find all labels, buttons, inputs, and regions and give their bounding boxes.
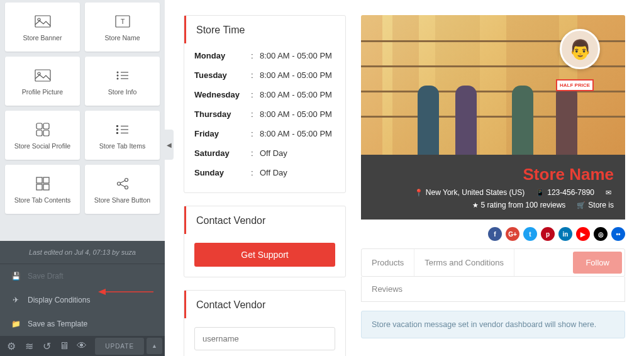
widget-grid: Store Banner T Store Name Profile Pictur… <box>0 0 165 241</box>
instagram-icon[interactable]: ◎ <box>594 227 608 241</box>
svg-rect-16 <box>116 125 118 127</box>
paper-plane-icon: ✈ <box>11 296 20 304</box>
linkedin-icon[interactable]: in <box>558 227 572 241</box>
save-template-label: Save as Template <box>28 320 87 328</box>
schedule-list: Monday:8:00 AM - 05:00 PM Tuesday:8:00 A… <box>184 43 345 192</box>
save-icon: 💾 <box>11 272 20 281</box>
widgets-sidebar: Store Banner T Store Name Profile Pictur… <box>0 0 165 356</box>
svg-rect-24 <box>36 184 42 190</box>
sidebar-collapse-handle[interactable]: ◀ <box>165 130 174 160</box>
vendor-avatar: 👨 <box>560 29 600 69</box>
text-icon: T <box>115 13 130 30</box>
schedule-row: Saturday:Off Day <box>194 143 335 163</box>
tab-reviews[interactable]: Reviews <box>361 277 625 302</box>
settings-icon[interactable]: ⚙ <box>3 336 20 356</box>
schedule-row: Friday:8:00 AM - 05:00 PM <box>194 124 335 143</box>
save-draft-label: Save Draft <box>28 272 64 281</box>
svg-rect-14 <box>36 130 42 136</box>
svg-rect-23 <box>43 177 49 183</box>
preview-area: Store Time Monday:8:00 AM - 05:00 PM Tue… <box>165 0 644 356</box>
contact-vendor-title: Contact Vendor <box>184 291 345 318</box>
svg-point-28 <box>125 186 128 189</box>
widget-store-name[interactable]: T Store Name <box>85 3 160 52</box>
update-caret-button[interactable]: ▲ <box>147 338 162 354</box>
share-icon <box>116 175 130 192</box>
contact-vendor-support-card: Contact Vendor Get Support <box>184 206 346 277</box>
svg-point-1 <box>38 18 40 21</box>
store-status: 🛒Store is <box>577 201 614 209</box>
store-rating: ★5 rating from 100 reviews <box>472 201 566 209</box>
store-name-heading: Store Name <box>372 165 614 184</box>
phone-icon: 📱 <box>536 189 545 196</box>
follow-button[interactable]: Follow <box>573 252 622 274</box>
widget-store-tab-contents[interactable]: Store Tab Contents <box>5 165 80 214</box>
store-time-title: Store Time <box>184 16 345 43</box>
store-header-card: 👨 HALF PRICE Store Name 📍New York, Unite… <box>361 15 625 220</box>
svg-point-6 <box>116 72 118 74</box>
widget-label: Store Banner <box>23 34 62 42</box>
svg-rect-25 <box>43 184 49 190</box>
username-input[interactable] <box>194 327 335 350</box>
svg-rect-0 <box>35 16 50 27</box>
widget-store-info[interactable]: Store Info <box>85 57 160 106</box>
store-banner-image: 👨 HALF PRICE <box>361 15 625 155</box>
image-icon <box>35 13 51 30</box>
tab-terms[interactable]: Terms and Conditions <box>414 249 514 276</box>
cart-icon: 🛒 <box>577 201 586 209</box>
location-icon: 📍 <box>414 189 423 196</box>
save-template-action[interactable]: 📁 Save as Template <box>0 312 165 336</box>
pinterest-icon[interactable]: p <box>541 227 555 241</box>
display-conditions-label: Display Conditions <box>28 296 90 304</box>
get-support-button[interactable]: Get Support <box>194 243 335 267</box>
widget-profile-picture[interactable]: Profile Picture <box>5 57 80 106</box>
update-button[interactable]: UPDATE <box>95 338 144 355</box>
svg-point-5 <box>38 72 40 75</box>
widget-store-tab-items[interactable]: Store Tab Items <box>85 111 160 160</box>
svg-rect-13 <box>43 123 49 129</box>
widget-label: Store Tab Items <box>99 142 145 150</box>
youtube-icon[interactable]: ▶ <box>576 227 590 241</box>
social-icon <box>36 121 50 138</box>
tab-products[interactable]: Products <box>362 249 414 276</box>
widget-label: Store Name <box>104 34 140 42</box>
svg-point-27 <box>117 182 120 186</box>
sidebar-footer: Last edited on Jul 4, 07:13 by suza 💾 Sa… <box>0 241 165 356</box>
google-plus-icon[interactable]: G+ <box>506 227 519 241</box>
widget-label: Store Info <box>108 88 137 96</box>
svg-rect-20 <box>116 132 118 134</box>
star-icon: ★ <box>472 201 479 209</box>
schedule-row: Monday:8:00 AM - 05:00 PM <box>194 46 335 65</box>
svg-rect-4 <box>35 70 50 81</box>
display-conditions-action[interactable]: ✈ Display Conditions <box>0 288 165 312</box>
schedule-row: Tuesday:8:00 AM - 05:00 PM <box>194 65 335 85</box>
list-icon <box>116 121 130 138</box>
flickr-icon[interactable]: •• <box>611 227 625 241</box>
widget-label: Store Share Button <box>94 196 150 204</box>
facebook-icon[interactable]: f <box>488 227 502 241</box>
contact-vendor-form-card: Contact Vendor <box>184 290 346 356</box>
schedule-row: Thursday:8:00 AM - 05:00 PM <box>194 104 335 124</box>
svg-point-26 <box>125 179 128 182</box>
envelope-icon: ✉ <box>606 189 611 197</box>
svg-line-30 <box>120 184 125 187</box>
vacation-message: Store vacation message set in vendor das… <box>361 311 625 338</box>
widget-store-social[interactable]: Store Social Profile <box>5 111 80 160</box>
svg-line-29 <box>120 181 125 183</box>
layers-icon[interactable]: ≋ <box>20 336 38 356</box>
widget-label: Profile Picture <box>22 88 63 96</box>
price-tag: HALF PRICE <box>556 79 594 91</box>
svg-rect-15 <box>43 130 49 136</box>
widget-store-banner[interactable]: Store Banner <box>5 3 80 52</box>
widget-label: Store Tab Contents <box>14 196 71 204</box>
responsive-icon[interactable]: 🖥 <box>55 336 73 356</box>
store-tabs: Products Terms and Conditions Follow <box>361 248 625 277</box>
schedule-row: Sunday:Off Day <box>194 163 335 182</box>
schedule-row: Wednesday:8:00 AM - 05:00 PM <box>194 85 335 104</box>
save-draft-action: 💾 Save Draft <box>0 264 165 288</box>
widget-store-share[interactable]: Store Share Button <box>85 165 160 214</box>
twitter-icon[interactable]: t <box>523 227 537 241</box>
bottom-toolbar: ⚙ ≋ ↺ 🖥 👁 UPDATE ▲ <box>0 336 165 356</box>
contact-vendor-title: Contact Vendor <box>184 206 345 234</box>
history-icon[interactable]: ↺ <box>38 336 55 356</box>
preview-icon[interactable]: 👁 <box>73 336 91 356</box>
